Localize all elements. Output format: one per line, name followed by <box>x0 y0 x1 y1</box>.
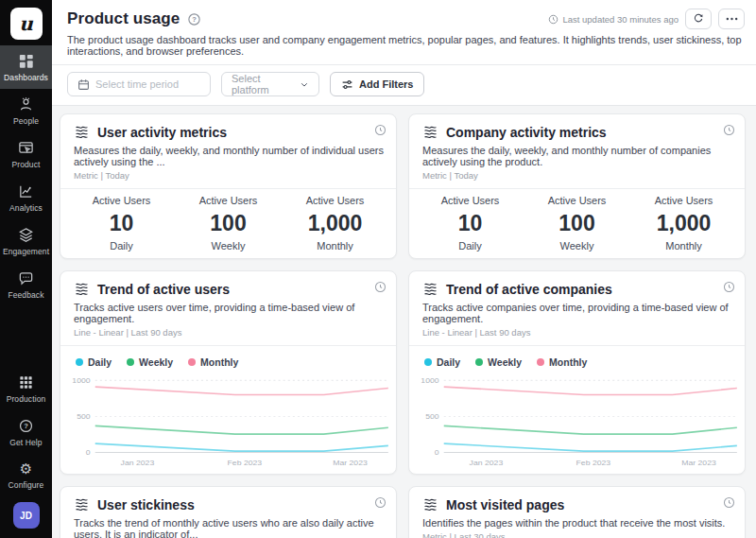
metric-waves-icon <box>74 496 90 512</box>
metrics-row: Active Users 10 Daily Active Users 100 W… <box>409 189 745 259</box>
line-chart-active-companies[interactable]: 05001000Jan 2023Feb 2023Mar 2023 <box>409 370 745 474</box>
svg-text:?: ? <box>24 422 28 430</box>
legend-label: Weekly <box>488 356 522 368</box>
svg-text:0: 0 <box>435 448 439 458</box>
chart-legend: Daily Weekly Monthly <box>60 346 396 368</box>
platform-select[interactable]: Select platform <box>221 72 319 96</box>
svg-text:1000: 1000 <box>421 375 439 385</box>
clock-icon[interactable] <box>723 496 735 509</box>
sidebar-item-people[interactable]: People <box>0 89 52 132</box>
svg-text:Feb 2023: Feb 2023 <box>228 458 263 467</box>
metric-label: Active Users <box>306 195 365 206</box>
metric-period: Daily <box>93 240 151 252</box>
title-help-icon[interactable]: ? <box>187 12 201 26</box>
page-title: Product usage <box>67 9 180 28</box>
svg-text:Mar 2023: Mar 2023 <box>333 458 368 467</box>
legend-item-weekly[interactable]: Weekly <box>475 356 522 368</box>
clock-icon <box>548 14 558 25</box>
time-period-placeholder: Select time period <box>95 78 179 90</box>
engagement-icon <box>18 227 34 243</box>
card-title: User activity metrics <box>97 125 227 140</box>
metric-waves-icon <box>422 124 438 140</box>
card-description: Identifies the pages within the product … <box>422 517 733 529</box>
legend-label: Weekly <box>139 356 173 368</box>
sidebar-item-product[interactable]: Product <box>0 132 52 176</box>
clock-icon[interactable] <box>374 496 387 509</box>
card-description: Measures the daily, weekly, and monthly … <box>74 145 385 167</box>
metric-value: 1,000 <box>306 211 365 236</box>
dashboards-icon <box>18 53 34 69</box>
card-header: Company activity metrics Measures the da… <box>409 114 745 189</box>
refresh-icon <box>693 13 704 25</box>
sliders-icon <box>341 78 353 91</box>
metric-label: Active Users <box>93 195 151 206</box>
metric-value: 10 <box>441 211 500 236</box>
card-trend-active-companies: Trend of active companies Tracks active … <box>408 270 746 475</box>
user-avatar[interactable]: JD <box>13 502 40 529</box>
metric-period: Daily <box>441 240 500 252</box>
card-most-visited-pages: Most visited pages Identifies the pages … <box>408 486 746 538</box>
sidebar-item-analytics[interactable]: Analytics <box>0 176 52 219</box>
add-filters-label: Add Filters <box>359 78 413 90</box>
calendar-icon <box>77 78 90 91</box>
sidebar-item-feedback[interactable]: Feedback <box>0 263 52 306</box>
ellipsis-icon <box>726 17 738 21</box>
line-chart-active-users[interactable]: 05001000Jan 2023Feb 2023Mar 2023 <box>60 370 396 474</box>
svg-text:500: 500 <box>77 412 91 422</box>
legend-dot-monthly <box>537 358 544 366</box>
page-subtitle: The product usage dashboard tracks user … <box>67 34 743 57</box>
legend-item-daily[interactable]: Daily <box>424 356 460 368</box>
card-meta: Metric | Today <box>422 170 733 181</box>
clock-icon[interactable] <box>723 281 735 293</box>
legend-label: Daily <box>437 356 460 368</box>
sidebar-item-label: Get Help <box>9 438 42 447</box>
sidebar-item-dashboards[interactable]: Dashboards <box>0 45 52 89</box>
card-user-stickiness: User stickiness Tracks the trend of mont… <box>60 486 397 538</box>
clock-icon[interactable] <box>374 281 387 293</box>
sidebar-item-label: People <box>13 116 39 126</box>
analytics-icon <box>18 183 34 200</box>
card-company-activity-metrics: Company activity metrics Measures the da… <box>408 113 746 259</box>
card-description: Tracks the trend of monthly active users… <box>74 517 385 538</box>
metric-label: Active Users <box>655 195 713 206</box>
refresh-button[interactable] <box>685 9 712 29</box>
card-header: Trend of active companies Tracks active … <box>409 271 745 346</box>
legend-item-daily[interactable]: Daily <box>76 356 112 368</box>
clock-icon[interactable] <box>374 124 387 136</box>
metric-label: Active Users <box>548 195 607 206</box>
card-header: Trend of active users Tracks active user… <box>60 271 396 346</box>
legend-item-weekly[interactable]: Weekly <box>127 356 173 368</box>
svg-text:Mar 2023: Mar 2023 <box>681 458 716 467</box>
userpilot-logo[interactable]: u <box>10 8 43 40</box>
legend-dot-monthly <box>188 358 196 366</box>
main-area: Product usage ? The product usage dashbo… <box>52 0 756 538</box>
metric-label: Active Users <box>441 195 500 206</box>
metric-value: 10 <box>93 211 151 236</box>
sidebar-item-production[interactable]: Production <box>0 367 52 410</box>
card-title: User stickiness <box>97 497 195 512</box>
more-menu-button[interactable] <box>718 9 745 29</box>
filter-bar: Select time period Select platform Add F… <box>52 65 756 106</box>
legend-item-monthly[interactable]: Monthly <box>537 356 587 368</box>
svg-text:0: 0 <box>86 448 91 458</box>
time-period-input[interactable]: Select time period <box>67 72 211 96</box>
legend-item-monthly[interactable]: Monthly <box>188 356 238 368</box>
svg-text:Jan 2023: Jan 2023 <box>470 458 504 467</box>
clock-icon[interactable] <box>723 124 735 136</box>
sidebar-item-configure[interactable]: ⚙ Configure <box>0 454 52 496</box>
app-window: u Dashboards People Pr <box>0 0 756 538</box>
sidebar-item-engagement[interactable]: Engagement <box>0 219 52 263</box>
svg-text:Feb 2023: Feb 2023 <box>576 458 611 467</box>
metric-daily: Active Users 10 Daily <box>441 195 500 252</box>
card-header: Most visited pages Identifies the pages … <box>409 487 745 538</box>
card-title: Trend of active companies <box>446 282 612 297</box>
sidebar-item-label: Production <box>7 394 46 404</box>
sidebar-item-get-help[interactable]: ? Get Help <box>0 410 52 454</box>
card-meta: Line - Linear | Last 90 days <box>74 327 385 338</box>
gear-icon: ⚙ <box>20 461 32 477</box>
sidebar-item-label: Engagement <box>3 247 49 256</box>
card-trend-active-users: Trend of active users Tracks active user… <box>60 270 397 475</box>
add-filters-button[interactable]: Add Filters <box>330 72 424 96</box>
metric-label: Active Users <box>199 195 258 206</box>
metric-period: Monthly <box>655 240 713 252</box>
